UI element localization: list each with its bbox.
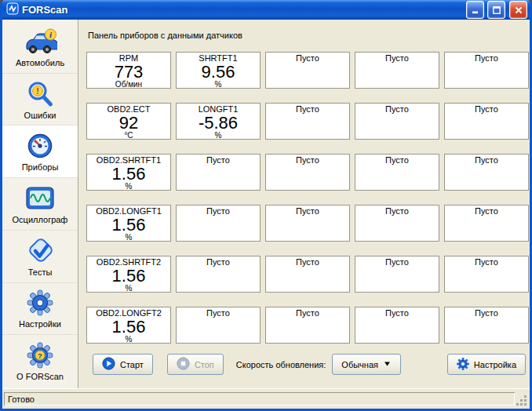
sidebar-item-label: Приборы [22,162,59,172]
empty-cell: Пусто [444,52,529,89]
sidebar-item-label: О FORScan [16,372,64,381]
update-rate-label: Скорость обновления: [236,360,326,369]
sidebar-item-errors[interactable]: ! Ошибки [2,74,78,126]
sidebar-item-gauges[interactable]: Приборы [2,125,78,178]
sensor-title: Пусто [445,308,528,318]
sensor-unit: % [177,81,260,89]
empty-cell: Пусто [355,205,439,242]
sensor-title: Пусто [355,104,439,115]
sensor-value: 773 [87,64,170,81]
sidebar-item-label: Автомобиль [16,58,64,67]
sensor-value: 1.56 [87,165,170,183]
sensor-grid: RPM 773 Об/мин SHRTFT1 9.56 % Пусто Пуст… [86,52,529,344]
empty-cell: Пусто [444,307,529,344]
empty-cell: Пусто [355,52,439,89]
main-panel: Панель приборов с данными датчиков RPM 7… [78,20,532,388]
sensor-unit: % [87,285,170,293]
sensor-title: Пусто [445,155,528,165]
stop-icon [177,357,190,372]
controls-bar: Старт Стоп Скорость обновления: Обычная [89,354,526,375]
empty-cell: Пусто [176,154,261,191]
empty-cell: Пусто [265,307,350,344]
sidebar-item-label: Тесты [28,267,53,277]
sensor-unit: % [177,132,260,140]
gear-icon [24,288,56,318]
chevron-down-icon [383,359,392,369]
empty-cell: Пусто [444,256,529,293]
sidebar-item-settings[interactable]: Настройки [2,283,78,336]
empty-cell: Пусто [176,256,261,293]
sensor-title: Пусто [445,104,528,115]
sensor-cell: SHRTFT1 9.56 % [176,52,261,89]
close-button[interactable] [509,1,527,19]
sensor-title: Пусто [177,155,260,165]
empty-cell: Пусто [176,307,261,344]
sensor-unit: % [87,183,170,191]
sensor-title: Пусто [355,206,439,216]
stop-button[interactable]: Стоп [167,354,224,375]
gear-icon [457,358,469,372]
sensor-value: 92 [87,115,170,132]
sensor-title: Пусто [445,257,528,267]
oscilloscope-icon [24,184,56,213]
sensor-cell: LONGFT1 -5.86 % [176,103,261,140]
sensor-title: Пусто [177,257,260,267]
gear-question-icon: ? [24,340,56,370]
empty-cell: Пусто [444,205,529,242]
sensor-cell: OBD2.SHRTFT1 1.56 % [86,154,171,191]
sensor-value: 1.56 [87,267,170,285]
status-bar: Готово [2,388,530,409]
sidebar-item-label: Настройки [19,319,61,329]
window-body: i Автомобиль ! Ошибки [2,20,530,388]
sidebar-item-tests[interactable]: Тесты [2,231,78,283]
forscan-window: FORScan i [0,0,532,411]
panel-header: Панель приборов с данными датчиков [88,31,529,41]
empty-cell: Пусто [355,154,439,191]
sensor-title: Пусто [177,308,260,318]
window-title: FORScan [22,4,463,16]
sensor-unit: % [87,234,170,242]
sidebar-item-vehicle[interactable]: i Автомобиль [2,21,78,74]
svg-text:?: ? [38,351,42,360]
sensor-unit: °C [87,132,170,140]
minimize-button[interactable] [466,1,484,19]
start-button[interactable]: Старт [93,354,153,375]
title-bar: FORScan [2,0,530,20]
sensor-title: Пусто [355,155,439,165]
svg-text:!: ! [36,86,39,96]
sensor-value: -5.86 [177,115,260,132]
empty-cell: Пусто [444,154,529,191]
sensor-title: Пусто [266,155,349,165]
empty-cell: Пусто [355,256,439,293]
sensor-title: Пусто [445,53,528,64]
maximize-button[interactable] [487,1,505,19]
sensor-title: Пусто [355,257,439,267]
gauge-icon [24,131,56,161]
stop-button-label: Стоп [195,360,214,369]
empty-cell: Пусто [265,103,350,140]
settings-button[interactable]: Настройка [447,354,526,375]
start-button-label: Старт [120,360,144,369]
sensor-title: Пусто [266,206,349,216]
sensor-title: Пусто [266,53,349,64]
update-rate-value: Обычная [341,360,378,369]
car-info-icon: i [23,27,57,56]
sensor-cell: OBD2.LONGFT1 1.56 % [86,205,171,242]
status-text: Готово [4,392,515,406]
sensor-unit: % [87,336,170,344]
empty-cell: Пусто [355,307,439,344]
sensor-title: Пусто [266,257,349,267]
empty-cell: Пусто [176,205,261,242]
empty-cell: Пусто [265,154,350,191]
sensor-cell: OBD2.ECT 92 °C [86,103,171,140]
search-warning-icon: ! [24,79,56,109]
sensor-title: Пусто [266,104,349,115]
sensor-title: Пусто [266,308,349,318]
sensor-title: Пусто [355,308,439,318]
resize-grip-icon[interactable] [516,395,528,407]
sidebar-item-about[interactable]: ? О FORScan [2,335,78,387]
sidebar-item-oscilloscope[interactable]: Осциллограф [2,178,78,231]
update-rate-select[interactable]: Обычная [332,354,401,375]
sidebar: i Автомобиль ! Ошибки [2,20,78,388]
sensor-value: 1.56 [87,216,170,234]
